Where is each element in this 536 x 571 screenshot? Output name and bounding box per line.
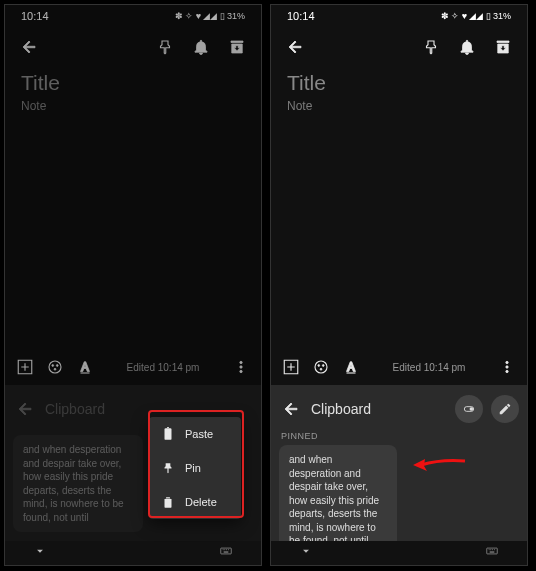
status-bar: 10:14 ✽ ✧ ♥ ◢◢ ▯ 31% <box>5 5 261 27</box>
add-button[interactable] <box>13 355 37 379</box>
phone-right: 10:14 ✽ ✧ ♥ ◢◢ ▯ 31% Title Note Edited 1… <box>270 4 528 566</box>
nav-collapse[interactable] <box>33 544 47 562</box>
archive-button[interactable] <box>221 31 253 63</box>
svg-point-24 <box>489 549 490 550</box>
note-content[interactable]: Title Note <box>5 67 261 349</box>
svg-point-27 <box>494 549 495 550</box>
clipboard-clip-pinned[interactable]: and when desperation and despair take ov… <box>279 445 397 556</box>
svg-point-25 <box>490 549 491 550</box>
title-field[interactable]: Title <box>287 71 511 95</box>
edited-timestamp: Edited 10:14 pm <box>127 362 200 373</box>
note-field[interactable]: Note <box>21 99 245 113</box>
kb-back-button[interactable] <box>13 397 37 421</box>
nav-bar <box>5 541 261 565</box>
nav-keyboard[interactable] <box>485 544 499 562</box>
svg-point-10 <box>226 549 227 550</box>
menu-delete[interactable]: Delete <box>149 485 241 519</box>
svg-point-15 <box>322 365 324 367</box>
status-bar: 10:14 ✽ ✧ ♥ ◢◢ ▯ 31% <box>271 5 527 27</box>
toggle-button[interactable] <box>455 395 483 423</box>
back-button[interactable] <box>13 31 45 63</box>
status-icons: ✽ ✧ ♥ ◢◢ ▯ 31% <box>441 11 511 21</box>
svg-point-18 <box>506 366 508 368</box>
svg-point-21 <box>470 407 474 411</box>
status-time: 10:14 <box>21 10 49 22</box>
svg-point-0 <box>49 361 61 373</box>
svg-point-5 <box>240 366 242 368</box>
pinned-label: PINNED <box>281 431 519 441</box>
svg-rect-28 <box>490 552 495 553</box>
svg-point-9 <box>224 549 225 550</box>
bottom-toolbar: Edited 10:14 pm <box>5 349 261 385</box>
pin-button[interactable] <box>149 31 181 63</box>
status-icons: ✽ ✧ ♥ ◢◢ ▯ 31% <box>175 11 245 21</box>
nav-bar <box>271 541 527 565</box>
svg-point-19 <box>506 370 508 372</box>
svg-point-4 <box>240 361 242 363</box>
svg-rect-7 <box>221 548 232 554</box>
svg-point-8 <box>223 549 224 550</box>
more-button[interactable] <box>229 355 253 379</box>
menu-paste[interactable]: Paste <box>149 417 241 451</box>
phone-left: 10:14 ✽ ✧ ♥ ◢◢ ▯ 31% Title Note Edited 1… <box>4 4 262 566</box>
pin-button[interactable] <box>415 31 447 63</box>
reminder-button[interactable] <box>451 31 483 63</box>
svg-rect-23 <box>487 548 498 554</box>
nav-collapse[interactable] <box>299 544 313 562</box>
svg-point-3 <box>54 368 56 370</box>
add-button[interactable] <box>279 355 303 379</box>
back-button[interactable] <box>279 31 311 63</box>
app-bar <box>271 27 527 67</box>
context-menu: Paste Pin Delete <box>149 417 241 519</box>
svg-point-2 <box>56 365 58 367</box>
arrow-annotation <box>411 453 467 481</box>
svg-rect-12 <box>224 552 229 553</box>
svg-point-17 <box>506 361 508 363</box>
edit-button[interactable] <box>491 395 519 423</box>
reminder-button[interactable] <box>185 31 217 63</box>
archive-button[interactable] <box>487 31 519 63</box>
svg-point-6 <box>240 370 242 372</box>
title-field[interactable]: Title <box>21 71 245 95</box>
kb-back-button[interactable] <box>279 397 303 421</box>
note-content[interactable]: Title Note <box>271 67 527 349</box>
palette-button[interactable] <box>43 355 67 379</box>
nav-keyboard[interactable] <box>219 544 233 562</box>
svg-point-1 <box>52 365 54 367</box>
more-button[interactable] <box>495 355 519 379</box>
kb-title: Clipboard <box>311 401 447 417</box>
svg-point-14 <box>318 365 320 367</box>
format-button[interactable] <box>73 355 97 379</box>
note-field[interactable]: Note <box>287 99 511 113</box>
svg-point-16 <box>320 368 322 370</box>
status-time: 10:14 <box>287 10 315 22</box>
kb-title: Clipboard <box>45 401 253 417</box>
app-bar <box>5 27 261 67</box>
format-button[interactable] <box>339 355 363 379</box>
bottom-toolbar: Edited 10:14 pm <box>271 349 527 385</box>
edited-timestamp: Edited 10:14 pm <box>393 362 466 373</box>
keyboard-panel: Clipboard PINNED and when desperation an… <box>271 385 527 565</box>
clipboard-clip[interactable]: and when desperation and despair take ov… <box>13 435 143 532</box>
svg-point-26 <box>492 549 493 550</box>
svg-point-11 <box>228 549 229 550</box>
svg-point-13 <box>315 361 327 373</box>
menu-pin[interactable]: Pin <box>149 451 241 485</box>
palette-button[interactable] <box>309 355 333 379</box>
